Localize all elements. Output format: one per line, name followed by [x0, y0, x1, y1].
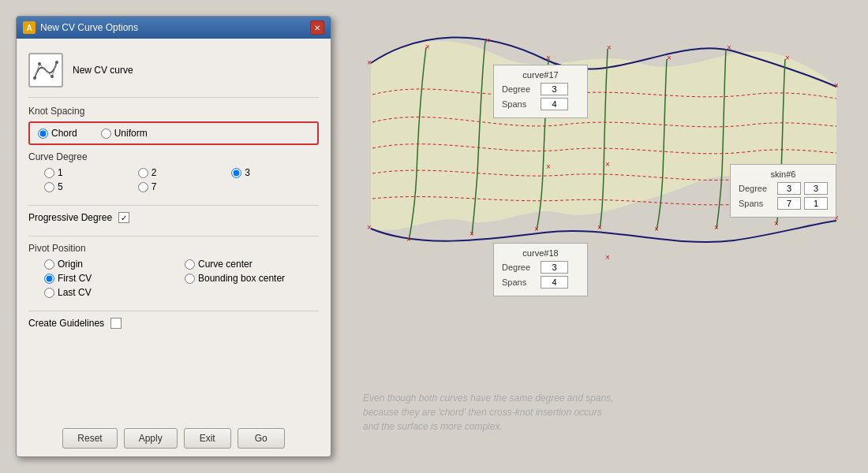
deg1-label: 1: [58, 167, 63, 178]
svg-text:×: ×: [714, 223, 719, 232]
svg-text:×: ×: [367, 58, 372, 67]
svg-text:×: ×: [607, 43, 612, 52]
go-button[interactable]: Go: [238, 428, 285, 449]
svg-text:×: ×: [470, 229, 474, 238]
pivot-section: Pivot Position Origin Curve center First…: [28, 243, 319, 298]
progressive-checkbox[interactable]: ✓: [118, 212, 129, 223]
curve17-title: curve#17: [502, 70, 579, 80]
dialog-title: New CV Curve Options: [40, 22, 138, 33]
curve17-spans-value[interactable]: [541, 98, 568, 110]
radio-deg-3[interactable]: 3: [231, 167, 319, 178]
svg-text:×: ×: [654, 225, 659, 233]
apply-button[interactable]: Apply: [124, 428, 178, 449]
svg-line-1: [39, 64, 52, 76]
radio-deg-2[interactable]: 2: [138, 167, 226, 178]
curve18-degree-label: Degree: [502, 263, 537, 272]
curve-center-label: Curve center: [198, 259, 253, 270]
deg3-label: 3: [245, 167, 250, 178]
header-row: New CV curve: [28, 47, 319, 98]
curve18-spans-row: Spans: [502, 276, 579, 289]
svg-text:×: ×: [774, 219, 779, 228]
separator-2: [28, 236, 319, 236]
radio-deg-1[interactable]: 1: [44, 167, 132, 178]
curve18-spans-value[interactable]: [541, 276, 568, 289]
curve17-degree-label: Degree: [502, 84, 537, 94]
curve18-degree-row: Degree: [502, 261, 579, 274]
skin6-spans-v1[interactable]: [777, 197, 801, 210]
svg-text:×: ×: [367, 223, 372, 232]
caption-line3: and the surface is more complex.: [363, 421, 503, 432]
svg-text:×: ×: [546, 54, 551, 62]
radio-bounding-box[interactable]: Bounding box center: [185, 273, 319, 284]
curve17-spans-row: Spans: [502, 98, 579, 110]
skin6-title: skin#6: [739, 169, 828, 179]
skin6-degree-row: Degree: [739, 182, 828, 195]
curve17-spans-label: Spans: [502, 99, 537, 109]
curve18-spans-label: Spans: [502, 277, 537, 287]
dialog-body: New CV curve Knot Spacing Chord Uniform …: [17, 39, 331, 420]
svg-line-2: [52, 62, 57, 76]
skin6-spans-v2[interactable]: [804, 197, 828, 210]
svg-text:×: ×: [834, 81, 839, 90]
info-box-curve17: curve#17 Degree Spans: [493, 65, 588, 118]
radio-uniform[interactable]: Uniform: [101, 128, 148, 139]
svg-text:×: ×: [605, 253, 610, 262]
svg-line-0: [35, 64, 39, 78]
deg2-label: 2: [152, 167, 157, 178]
pivot-grid: Origin Curve center First CV Bounding bo…: [28, 259, 319, 298]
origin-label: Origin: [58, 259, 83, 270]
close-button[interactable]: ✕: [310, 20, 324, 35]
svg-point-3: [33, 76, 36, 80]
info-box-curve18: curve#18 Degree Spans: [493, 243, 588, 296]
svg-text:×: ×: [546, 162, 551, 171]
header-label: New CV curve: [73, 65, 133, 76]
radio-last-cv[interactable]: Last CV: [44, 287, 178, 298]
curve18-degree-value[interactable]: [541, 261, 568, 274]
guidelines-checkbox[interactable]: [110, 318, 122, 329]
skin6-spans-label: Spans: [739, 199, 774, 208]
exit-button[interactable]: Exit: [184, 428, 231, 449]
guidelines-row: Create Guidelines: [28, 318, 319, 329]
curve17-degree-row: Degree: [502, 83, 579, 95]
curve-icon: [32, 56, 60, 84]
knot-spacing-box: Chord Uniform: [28, 121, 319, 145]
curve17-degree-value[interactable]: [541, 83, 568, 95]
chord-label: Chord: [51, 128, 77, 139]
svg-text:×: ×: [785, 54, 790, 62]
skin6-degree-v2[interactable]: [804, 182, 828, 195]
radio-origin[interactable]: Origin: [44, 259, 178, 270]
skin6-degree-v1[interactable]: [777, 182, 801, 195]
svg-text:×: ×: [485, 36, 490, 45]
svg-text:×: ×: [425, 43, 430, 51]
radio-chord[interactable]: Chord: [38, 128, 77, 139]
pivot-label: Pivot Position: [28, 243, 319, 254]
svg-text:×: ×: [406, 235, 411, 244]
deg7-label: 7: [152, 181, 157, 192]
reset-button[interactable]: Reset: [62, 428, 117, 449]
svg-point-6: [55, 61, 58, 64]
caption: Even though both curves have the same de…: [363, 391, 614, 434]
skin6-degree-label: Degree: [739, 184, 774, 193]
caption-line2: because they are 'chord' then cross-knot…: [363, 407, 602, 418]
svg-text:×: ×: [534, 225, 539, 233]
separator-1: [28, 205, 319, 206]
radio-deg-7[interactable]: 7: [138, 181, 226, 192]
curve-degree-section: Curve Degree 1 2 3 5: [28, 151, 319, 192]
last-cv-label: Last CV: [58, 287, 92, 298]
first-cv-label: First CV: [58, 273, 92, 284]
dialog-new-cv-curve: A New CV Curve Options ✕ New CV curve: [16, 16, 331, 457]
dialog-titlebar: A New CV Curve Options ✕: [17, 17, 331, 39]
separator-3: [28, 311, 319, 311]
progressive-label: Progressive Degree: [28, 212, 112, 223]
radio-deg-5[interactable]: 5: [44, 181, 132, 192]
svg-text:×: ×: [667, 54, 672, 62]
uniform-label: Uniform: [114, 128, 148, 139]
skin6-spans-row: Spans: [739, 197, 828, 210]
svg-text:×: ×: [605, 160, 610, 169]
button-row: Reset Apply Exit Go: [17, 420, 331, 456]
info-box-skin6: skin#6 Degree Spans: [730, 164, 836, 218]
svg-point-5: [51, 75, 54, 78]
radio-curve-center[interactable]: Curve center: [185, 259, 319, 270]
radio-first-cv[interactable]: First CV: [44, 273, 178, 284]
knot-spacing-section: Knot Spacing Chord Uniform: [28, 106, 319, 145]
